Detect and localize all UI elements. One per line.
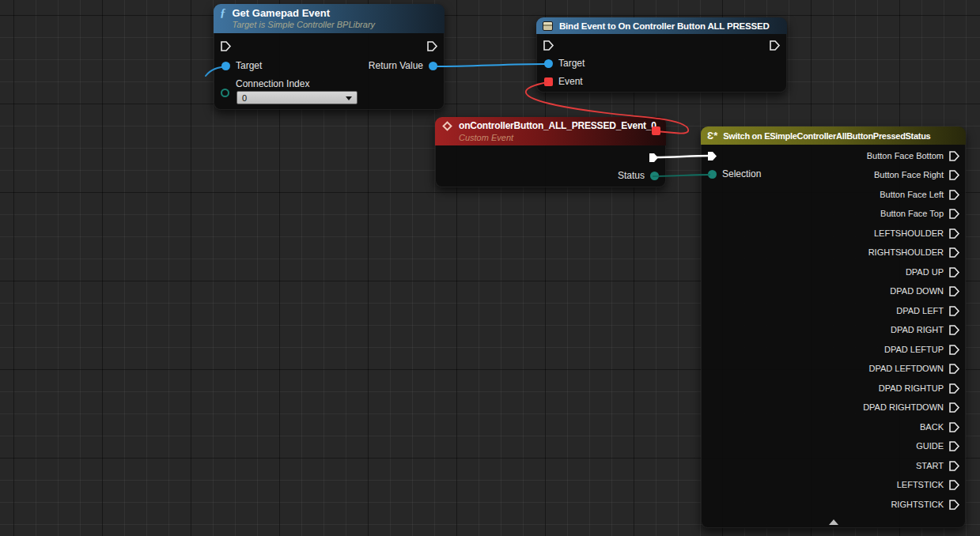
switch-exec-out-pin[interactable] xyxy=(948,324,960,336)
node-custom-event[interactable]: onControllerButton_ALL_PRESSED_Event_0 C… xyxy=(435,117,666,187)
target-pin-label: Target xyxy=(236,61,262,71)
blueprint-graph-canvas[interactable]: ƒ Get Gamepad Event Target is Simple Con… xyxy=(0,0,980,536)
switch-exec-out-pin[interactable] xyxy=(948,499,960,511)
event-delegate-pin[interactable] xyxy=(544,77,553,86)
switch-output-label: Button Face Right xyxy=(874,170,944,180)
switch-output-label: DPAD UP xyxy=(906,267,944,277)
collapse-advanced-pins-arrow[interactable] xyxy=(829,519,838,525)
node-header[interactable]: onControllerButton_ALL_PRESSED_Event_0 C… xyxy=(435,117,666,145)
event-pin-label: Event xyxy=(558,77,583,87)
target-pin[interactable] xyxy=(221,62,230,70)
switch-exec-out-pin[interactable] xyxy=(948,228,960,240)
switch-exec-out-pin[interactable] xyxy=(948,421,960,433)
switch-output-label: LEFTSHOULDER xyxy=(874,228,944,239)
switch-exec-out-pin[interactable] xyxy=(948,208,960,220)
switch-icon: Ɛ* xyxy=(707,130,717,142)
exec-in-pin[interactable] xyxy=(543,40,554,51)
connection-index-pin[interactable] xyxy=(221,89,229,97)
exec-out-pin[interactable] xyxy=(426,40,438,52)
switch-exec-out-pin[interactable] xyxy=(948,266,960,278)
node-title: Get Gamepad Event xyxy=(233,6,376,20)
switch-output-label: RIGHTSHOULDER xyxy=(868,247,944,258)
status-pin[interactable] xyxy=(650,172,659,180)
switch-output-label: BACK xyxy=(920,422,944,432)
switch-output-label: Button Face Bottom xyxy=(867,151,944,161)
switch-exec-out-pin[interactable] xyxy=(948,460,960,472)
switch-output-label: START xyxy=(916,461,944,471)
switch-exec-out-pin[interactable] xyxy=(948,363,960,375)
exec-out-pin[interactable] xyxy=(648,152,660,164)
connection-index-value: 0 xyxy=(242,93,247,103)
switch-output-label: DPAD DOWN xyxy=(890,286,944,296)
connection-index-label: Connection Index xyxy=(236,79,309,89)
exec-out-pin[interactable] xyxy=(769,40,781,51)
function-icon: ƒ xyxy=(220,6,226,20)
node-get-gamepad-event[interactable]: ƒ Get Gamepad Event Target is Simple Con… xyxy=(214,4,445,110)
switch-exec-out-pin[interactable] xyxy=(948,169,960,181)
switch-exec-out-pin[interactable] xyxy=(948,285,960,297)
switch-exec-out-pin[interactable] xyxy=(948,402,960,413)
chevron-down-icon xyxy=(346,96,352,100)
switch-output-label: RIGHTSTICK xyxy=(891,500,944,510)
bind-event-icon xyxy=(543,21,553,31)
switch-exec-out-pin[interactable] xyxy=(948,344,960,356)
switch-output-label: GUIDE xyxy=(916,441,944,451)
node-header[interactable]: ƒ Get Gamepad Event Target is Simple Con… xyxy=(214,4,445,33)
node-switch-enum[interactable]: Ɛ* Switch on ESimpleControllerAllButtonP… xyxy=(701,126,966,528)
exec-in-pin[interactable] xyxy=(706,150,718,162)
node-header[interactable]: Ɛ* Switch on ESimpleControllerAllButtonP… xyxy=(701,126,966,145)
switch-exec-out-pin[interactable] xyxy=(948,189,960,201)
switch-output-label: DPAD LEFT xyxy=(896,306,944,316)
exec-in-pin[interactable] xyxy=(220,40,232,52)
node-header[interactable]: Bind Event to On Controller Button ALL P… xyxy=(536,17,787,34)
custom-event-icon xyxy=(442,121,452,131)
wire-object xyxy=(434,64,546,66)
target-pin[interactable] xyxy=(544,59,553,68)
target-pin-label: Target xyxy=(558,59,585,69)
switch-exec-out-pin[interactable] xyxy=(948,479,960,491)
switch-output-label: Button Face Top xyxy=(880,209,944,219)
node-title: Bind Event to On Controller Button ALL P… xyxy=(559,20,770,33)
node-subtitle: Custom Event xyxy=(459,133,656,143)
status-pin-label: Status xyxy=(618,171,645,181)
return-value-pin-label: Return Value xyxy=(369,61,423,71)
node-title: Switch on ESimpleControllerAllButtonPres… xyxy=(723,130,930,143)
switch-exec-out-pin[interactable] xyxy=(948,247,960,259)
return-value-pin[interactable] xyxy=(429,62,437,70)
node-title: onControllerButton_ALL_PRESSED_Event_0 xyxy=(459,119,656,133)
node-subtitle: Target is Simple Controller BPLibrary xyxy=(233,20,376,30)
connection-index-dropdown[interactable]: 0 xyxy=(236,91,358,104)
selection-pin[interactable] xyxy=(708,170,717,179)
switch-output-label: DPAD RIGHT xyxy=(891,325,944,335)
switch-output-label: DPAD RIGHTDOWN xyxy=(863,402,944,413)
switch-output-label: Button Face Left xyxy=(880,190,944,200)
switch-output-label: DPAD LEFTDOWN xyxy=(868,364,944,374)
switch-output-label: DPAD RIGHTUP xyxy=(879,383,944,394)
switch-exec-out-pin[interactable] xyxy=(948,150,960,162)
selection-pin-label: Selection xyxy=(722,169,761,179)
switch-output-label: LEFTSTICK xyxy=(897,480,944,490)
switch-exec-out-pin[interactable] xyxy=(948,305,960,317)
switch-output-label: DPAD LEFTUP xyxy=(884,345,944,355)
delegate-out-pin[interactable] xyxy=(652,126,660,135)
node-bind-event[interactable]: Bind Event to On Controller Button ALL P… xyxy=(536,17,787,92)
switch-exec-out-pin[interactable] xyxy=(948,383,960,394)
switch-exec-out-pin[interactable] xyxy=(948,440,960,452)
